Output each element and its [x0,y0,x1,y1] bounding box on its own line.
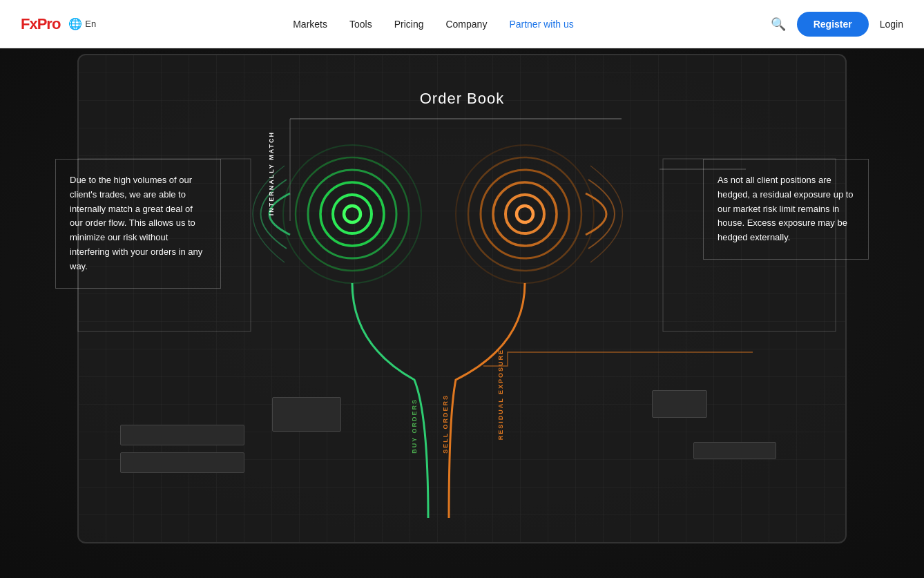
globe-icon: 🌐 [68,17,82,30]
nav-links: Markets Tools Pricing Company Partner wi… [293,19,574,30]
info-box-left: Due to the high volumes of our client's … [55,159,221,289]
navbar: FxPro 🌐 En Markets Tools Pricing Company… [0,0,924,48]
register-button[interactable]: Register [797,12,869,37]
hero-section: Order Book [0,0,924,578]
chip-5 [693,442,776,459]
label-internally-match: INTERNALLY MATCH [268,131,275,215]
chip-1 [120,425,244,445]
label-buy-orders: BUY ORDERS [411,398,418,454]
nav-company[interactable]: Company [445,19,487,30]
chip-2 [120,452,244,473]
nav-right: 🔍 Register Login [771,12,903,37]
right-box-text: As not all client positions are hedged, … [718,173,854,245]
info-box-right: As not all client positions are hedged, … [703,159,869,260]
nav-tools[interactable]: Tools [349,19,372,30]
nav-markets[interactable]: Markets [293,19,327,30]
nav-pricing[interactable]: Pricing [394,19,424,30]
language-label: En [85,19,96,29]
login-button[interactable]: Login [880,19,903,30]
language-selector[interactable]: 🌐 En [68,17,96,30]
order-book-label: Order Book [0,90,924,108]
chip-4 [652,390,707,418]
nav-left: FxPro 🌐 En [21,15,96,33]
left-box-text: Due to the high volumes of our client's … [70,173,206,274]
logo[interactable]: FxPro [21,15,60,33]
search-icon[interactable]: 🔍 [771,17,786,32]
label-sell-orders: SELL ORDERS [442,394,449,454]
chip-3 [272,397,341,432]
motherboard-frame [77,54,847,543]
label-residual-exposure: RESIDUAL EXPOSURE [497,349,504,440]
nav-partner[interactable]: Partner with us [509,19,573,30]
